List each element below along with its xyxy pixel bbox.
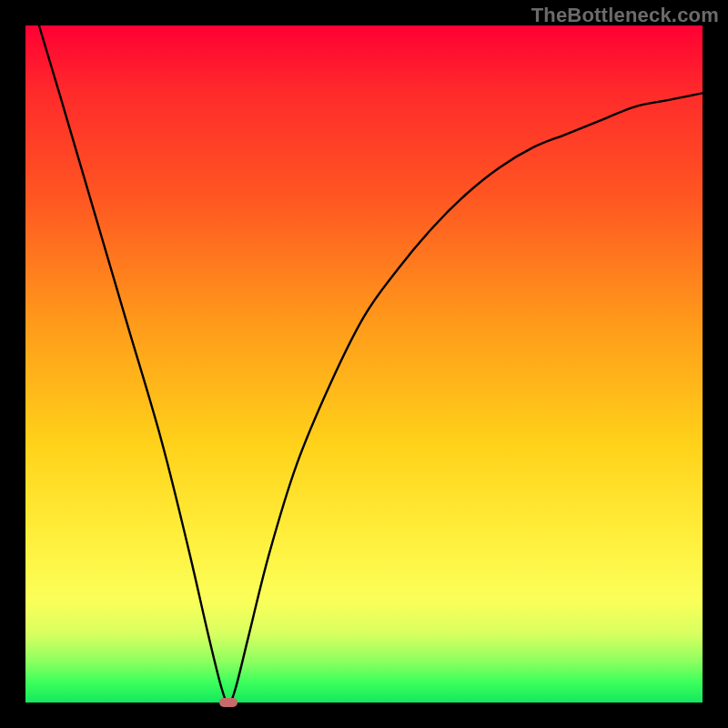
- minimum-marker: [219, 698, 238, 707]
- watermark-text: TheBottleneck.com: [531, 4, 719, 27]
- bottleneck-curve: [25, 25, 703, 703]
- chart-frame: [25, 25, 703, 703]
